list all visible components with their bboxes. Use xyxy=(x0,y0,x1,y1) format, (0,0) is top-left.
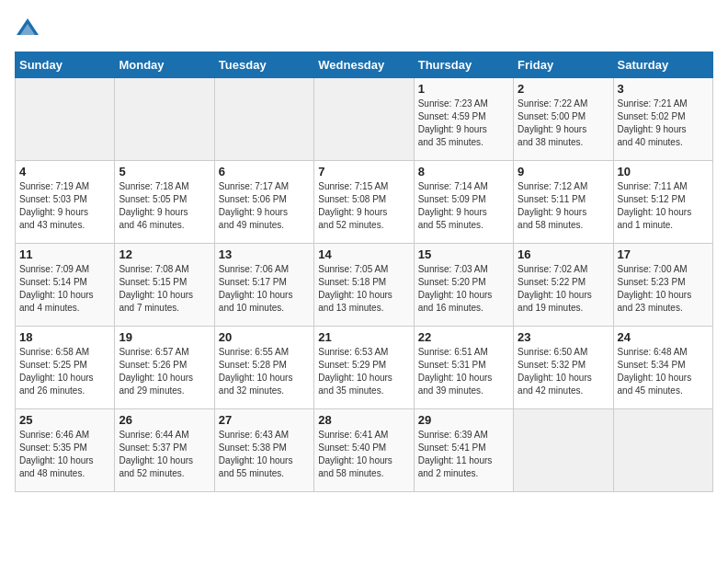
day-cell: 29Sunrise: 6:39 AMSunset: 5:41 PMDayligh… xyxy=(414,409,513,492)
day-number: 22 xyxy=(418,330,509,344)
day-cell: 20Sunrise: 6:55 AMSunset: 5:28 PMDayligh… xyxy=(214,327,313,409)
day-number: 19 xyxy=(119,330,210,344)
day-cell xyxy=(613,409,712,492)
day-cell: 10Sunrise: 7:11 AMSunset: 5:12 PMDayligh… xyxy=(613,161,712,244)
day-number: 18 xyxy=(19,330,110,344)
day-info: Sunrise: 6:41 AMSunset: 5:40 PMDaylight:… xyxy=(318,429,409,480)
day-cell: 17Sunrise: 7:00 AMSunset: 5:23 PMDayligh… xyxy=(613,244,712,327)
day-info: Sunrise: 7:11 AMSunset: 5:12 PMDaylight:… xyxy=(618,180,709,232)
day-cell: 11Sunrise: 7:09 AMSunset: 5:14 PMDayligh… xyxy=(16,244,115,327)
day-cell: 23Sunrise: 6:50 AMSunset: 5:32 PMDayligh… xyxy=(514,327,613,409)
day-cell: 8Sunrise: 7:14 AMSunset: 5:09 PMDaylight… xyxy=(414,161,513,244)
day-info: Sunrise: 6:39 AMSunset: 5:41 PMDaylight:… xyxy=(418,429,509,480)
day-number: 25 xyxy=(19,413,110,427)
day-cell xyxy=(514,409,613,492)
week-row-3: 11Sunrise: 7:09 AMSunset: 5:14 PMDayligh… xyxy=(16,244,713,327)
day-number: 7 xyxy=(318,165,409,178)
day-info: Sunrise: 6:55 AMSunset: 5:28 PMDaylight:… xyxy=(219,346,310,397)
day-cell xyxy=(115,78,214,161)
day-info: Sunrise: 7:21 AMSunset: 5:02 PMDaylight:… xyxy=(618,98,709,149)
day-info: Sunrise: 7:02 AMSunset: 5:22 PMDaylight:… xyxy=(518,263,609,315)
day-cell: 16Sunrise: 7:02 AMSunset: 5:22 PMDayligh… xyxy=(514,244,613,327)
weekday-header-saturday: Saturday xyxy=(613,52,712,78)
weekday-row: SundayMondayTuesdayWednesdayThursdayFrid… xyxy=(16,52,713,78)
day-info: Sunrise: 6:58 AMSunset: 5:25 PMDaylight:… xyxy=(19,346,110,397)
day-info: Sunrise: 6:48 AMSunset: 5:34 PMDaylight:… xyxy=(618,346,709,397)
week-row-1: 1Sunrise: 7:23 AMSunset: 4:59 PMDaylight… xyxy=(16,78,713,161)
day-cell: 9Sunrise: 7:12 AMSunset: 5:11 PMDaylight… xyxy=(514,161,613,244)
day-info: Sunrise: 7:22 AMSunset: 5:00 PMDaylight:… xyxy=(518,98,609,149)
day-cell: 1Sunrise: 7:23 AMSunset: 4:59 PMDaylight… xyxy=(414,78,513,161)
day-cell: 28Sunrise: 6:41 AMSunset: 5:40 PMDayligh… xyxy=(314,409,414,492)
day-info: Sunrise: 7:14 AMSunset: 5:09 PMDaylight:… xyxy=(418,180,509,232)
day-number: 14 xyxy=(318,247,409,261)
day-number: 27 xyxy=(219,413,310,427)
day-number: 3 xyxy=(618,82,709,96)
day-cell: 6Sunrise: 7:17 AMSunset: 5:06 PMDaylight… xyxy=(214,161,313,244)
day-cell: 27Sunrise: 6:43 AMSunset: 5:38 PMDayligh… xyxy=(214,409,313,492)
day-info: Sunrise: 6:43 AMSunset: 5:38 PMDaylight:… xyxy=(219,429,310,480)
day-number: 2 xyxy=(518,82,609,96)
day-info: Sunrise: 7:08 AMSunset: 5:15 PMDaylight:… xyxy=(119,263,210,315)
day-info: Sunrise: 7:19 AMSunset: 5:03 PMDaylight:… xyxy=(19,180,110,232)
weekday-header-thursday: Thursday xyxy=(414,52,513,78)
day-cell: 25Sunrise: 6:46 AMSunset: 5:35 PMDayligh… xyxy=(16,409,115,492)
day-number: 5 xyxy=(119,165,210,178)
day-cell: 2Sunrise: 7:22 AMSunset: 5:00 PMDaylight… xyxy=(514,78,613,161)
day-number: 21 xyxy=(318,330,409,344)
day-info: Sunrise: 6:53 AMSunset: 5:29 PMDaylight:… xyxy=(318,346,409,397)
day-info: Sunrise: 7:15 AMSunset: 5:08 PMDaylight:… xyxy=(318,180,409,232)
day-info: Sunrise: 7:17 AMSunset: 5:06 PMDaylight:… xyxy=(219,180,310,232)
day-number: 1 xyxy=(418,82,509,96)
week-row-2: 4Sunrise: 7:19 AMSunset: 5:03 PMDaylight… xyxy=(16,161,713,244)
day-info: Sunrise: 7:00 AMSunset: 5:23 PMDaylight:… xyxy=(618,263,709,315)
page-header xyxy=(15,15,713,40)
day-number: 29 xyxy=(418,413,509,427)
day-cell: 14Sunrise: 7:05 AMSunset: 5:18 PMDayligh… xyxy=(314,244,414,327)
day-cell: 4Sunrise: 7:19 AMSunset: 5:03 PMDaylight… xyxy=(16,161,115,244)
week-row-4: 18Sunrise: 6:58 AMSunset: 5:25 PMDayligh… xyxy=(16,327,713,409)
weekday-header-monday: Monday xyxy=(115,52,214,78)
day-cell: 3Sunrise: 7:21 AMSunset: 5:02 PMDaylight… xyxy=(613,78,712,161)
day-info: Sunrise: 7:09 AMSunset: 5:14 PMDaylight:… xyxy=(19,263,110,315)
day-number: 10 xyxy=(618,165,709,178)
day-cell: 15Sunrise: 7:03 AMSunset: 5:20 PMDayligh… xyxy=(414,244,513,327)
day-number: 15 xyxy=(418,247,509,261)
logo-icon xyxy=(15,15,40,40)
day-number: 9 xyxy=(518,165,609,178)
logo xyxy=(15,15,44,40)
day-info: Sunrise: 6:57 AMSunset: 5:26 PMDaylight:… xyxy=(119,346,210,397)
day-number: 28 xyxy=(318,413,409,427)
day-cell: 18Sunrise: 6:58 AMSunset: 5:25 PMDayligh… xyxy=(16,327,115,409)
day-info: Sunrise: 6:46 AMSunset: 5:35 PMDaylight:… xyxy=(19,429,110,480)
day-number: 20 xyxy=(219,330,310,344)
day-number: 6 xyxy=(219,165,310,178)
day-cell: 5Sunrise: 7:18 AMSunset: 5:05 PMDaylight… xyxy=(115,161,214,244)
day-cell: 24Sunrise: 6:48 AMSunset: 5:34 PMDayligh… xyxy=(613,327,712,409)
day-number: 26 xyxy=(119,413,210,427)
day-info: Sunrise: 7:18 AMSunset: 5:05 PMDaylight:… xyxy=(119,180,210,232)
day-cell: 19Sunrise: 6:57 AMSunset: 5:26 PMDayligh… xyxy=(115,327,214,409)
weekday-header-sunday: Sunday xyxy=(16,52,115,78)
day-number: 12 xyxy=(119,247,210,261)
day-cell xyxy=(314,78,414,161)
day-info: Sunrise: 6:44 AMSunset: 5:37 PMDaylight:… xyxy=(119,429,210,480)
day-info: Sunrise: 7:23 AMSunset: 4:59 PMDaylight:… xyxy=(418,98,509,149)
day-info: Sunrise: 7:06 AMSunset: 5:17 PMDaylight:… xyxy=(219,263,310,315)
day-cell: 13Sunrise: 7:06 AMSunset: 5:17 PMDayligh… xyxy=(214,244,313,327)
weekday-header-friday: Friday xyxy=(514,52,613,78)
weekday-header-wednesday: Wednesday xyxy=(314,52,414,78)
day-info: Sunrise: 7:05 AMSunset: 5:18 PMDaylight:… xyxy=(318,263,409,315)
day-number: 16 xyxy=(518,247,609,261)
day-cell: 22Sunrise: 6:51 AMSunset: 5:31 PMDayligh… xyxy=(414,327,513,409)
day-info: Sunrise: 6:50 AMSunset: 5:32 PMDaylight:… xyxy=(518,346,609,397)
day-number: 23 xyxy=(518,330,609,344)
weekday-header-tuesday: Tuesday xyxy=(214,52,313,78)
day-info: Sunrise: 7:03 AMSunset: 5:20 PMDaylight:… xyxy=(418,263,509,315)
day-cell: 26Sunrise: 6:44 AMSunset: 5:37 PMDayligh… xyxy=(115,409,214,492)
day-number: 24 xyxy=(618,330,709,344)
day-cell: 7Sunrise: 7:15 AMSunset: 5:08 PMDaylight… xyxy=(314,161,414,244)
week-row-5: 25Sunrise: 6:46 AMSunset: 5:35 PMDayligh… xyxy=(16,409,713,492)
day-info: Sunrise: 7:12 AMSunset: 5:11 PMDaylight:… xyxy=(518,180,609,232)
day-info: Sunrise: 6:51 AMSunset: 5:31 PMDaylight:… xyxy=(418,346,509,397)
